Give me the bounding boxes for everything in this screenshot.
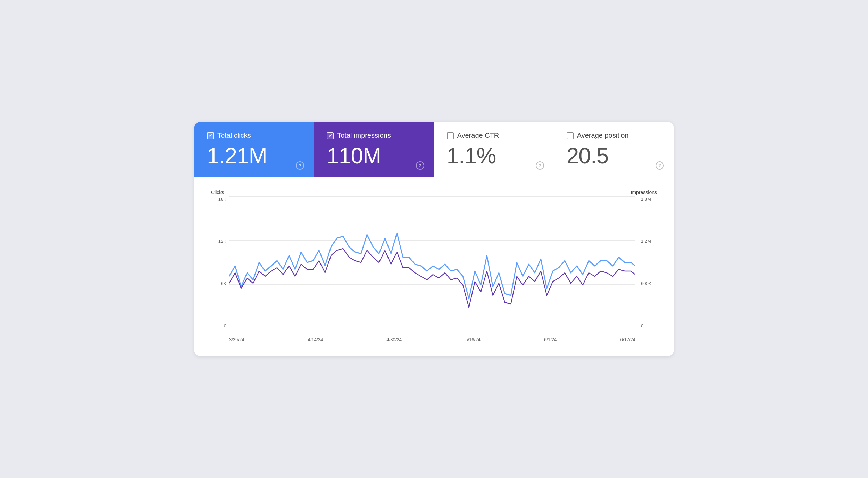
ctr-help-icon[interactable]: ? xyxy=(536,161,544,170)
x-label-2: 4/14/24 xyxy=(308,337,323,342)
ctr-label: Average CTR xyxy=(457,132,499,140)
x-label-3: 4/30/24 xyxy=(387,337,402,342)
ctr-checkbox[interactable] xyxy=(447,132,454,139)
metric-header-clicks: Total clicks xyxy=(207,132,301,140)
left-axis-label: Clicks xyxy=(211,190,224,195)
impressions-help-icon[interactable]: ? xyxy=(416,161,424,170)
x-label-5: 6/1/24 xyxy=(544,337,557,342)
chart-axis-labels-top: Clicks Impressions xyxy=(211,190,657,195)
position-help-icon[interactable]: ? xyxy=(656,161,664,170)
metric-tile-position[interactable]: Average position 20.5 ? xyxy=(554,122,674,176)
y-left-0: 0 xyxy=(224,323,226,328)
y-right-600k: 600K xyxy=(641,281,651,286)
chart-inner xyxy=(229,196,635,328)
x-axis-labels: 3/29/24 4/14/24 4/30/24 5/16/24 6/1/24 6… xyxy=(229,330,635,342)
clicks-line xyxy=(229,233,635,299)
y-right-18m: 1.8M xyxy=(641,196,651,202)
metric-header-impressions: Total impressions xyxy=(327,132,421,140)
y-axis-left: 18K 12K 6K 0 xyxy=(211,196,226,328)
clicks-help-icon[interactable]: ? xyxy=(296,161,304,170)
y-right-12m: 1.2M xyxy=(641,238,651,244)
y-left-12k: 12K xyxy=(218,238,226,244)
position-value: 20.5 xyxy=(567,144,661,168)
position-checkbox[interactable] xyxy=(567,132,574,139)
x-label-4: 5/16/24 xyxy=(465,337,480,342)
ctr-value: 1.1% xyxy=(447,144,541,168)
right-axis-label: Impressions xyxy=(631,190,657,195)
chart-container: 18K 12K 6K 0 1.8M 1.2M 600K 0 xyxy=(211,196,657,342)
chart-area: Clicks Impressions 18K 12K 6K 0 1.8M 1.2… xyxy=(194,177,674,356)
chart-svg xyxy=(229,196,635,328)
impressions-checkbox[interactable] xyxy=(327,132,334,139)
y-left-6k: 6K xyxy=(221,281,226,286)
metric-tile-impressions[interactable]: Total impressions 110M ? xyxy=(314,122,434,176)
position-label: Average position xyxy=(577,132,629,140)
x-label-6: 6/17/24 xyxy=(620,337,635,342)
impressions-value: 110M xyxy=(327,144,421,168)
clicks-value: 1.21M xyxy=(207,144,301,168)
impressions-label: Total impressions xyxy=(337,132,391,140)
metric-tile-clicks[interactable]: Total clicks 1.21M ? xyxy=(194,122,314,176)
y-left-18k: 18K xyxy=(218,196,226,202)
metrics-row: Total clicks 1.21M ? Total impressions 1… xyxy=(194,122,674,177)
metric-header-position: Average position xyxy=(567,132,661,140)
x-label-1: 3/29/24 xyxy=(229,337,244,342)
metric-tile-ctr[interactable]: Average CTR 1.1% ? xyxy=(434,122,554,176)
y-right-0: 0 xyxy=(641,323,643,328)
analytics-card: Total clicks 1.21M ? Total impressions 1… xyxy=(194,122,674,356)
metric-header-ctr: Average CTR xyxy=(447,132,541,140)
y-axis-right: 1.8M 1.2M 600K 0 xyxy=(638,196,657,328)
clicks-checkbox[interactable] xyxy=(207,132,214,139)
clicks-label: Total clicks xyxy=(217,132,251,140)
